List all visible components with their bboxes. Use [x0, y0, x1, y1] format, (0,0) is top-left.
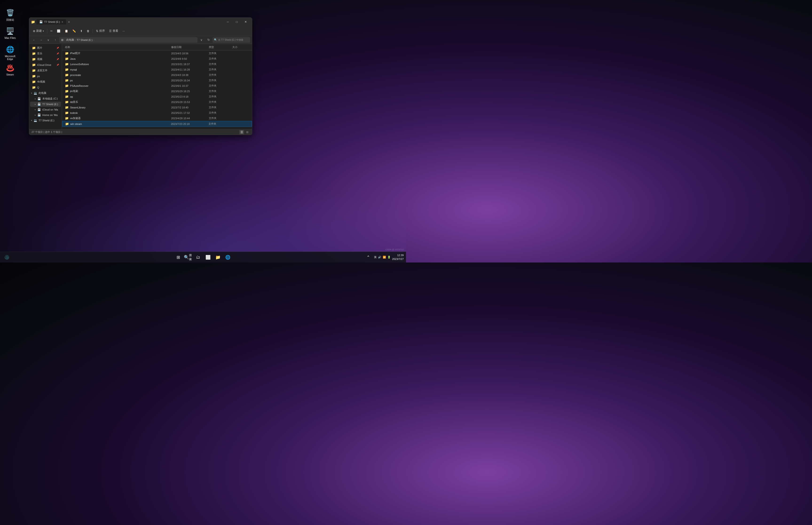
- table-row[interactable]: 📁 ps笔刷 2023/5/29 18:25 文件夹: [62, 88, 252, 94]
- language-indicator[interactable]: 英: [374, 255, 377, 259]
- path-drive[interactable]: T7 Shield (E:): [77, 39, 92, 41]
- sidebar-section-此电脑[interactable]: ▾💻此电脑: [29, 90, 62, 96]
- table-row[interactable]: 📁 Java 2023/4/6 9:50 文件夹: [62, 56, 252, 61]
- sidebar-item-桌面文件[interactable]: 📁桌面文件: [30, 68, 61, 73]
- files-button[interactable]: 🗂: [194, 253, 203, 262]
- file-type: 文件夹: [208, 67, 231, 72]
- sidebar-item-本地磁盘 (C:)[interactable]: ▸💾本地磁盘 (C:): [30, 96, 61, 101]
- desktop-icon-mac-files[interactable]: 🖥️ Mac Files: [2, 26, 18, 40]
- col-size[interactable]: 大小: [231, 45, 250, 49]
- back-button[interactable]: ←: [31, 37, 37, 43]
- list-view-button[interactable]: ☰: [239, 130, 244, 134]
- share-button[interactable]: ⬆: [78, 28, 85, 34]
- explorer-taskbar-button[interactable]: 📁: [213, 253, 223, 262]
- active-tab[interactable]: 💾 T7 Shield (E:) ✕: [36, 19, 66, 25]
- desktop-icon-steam[interactable]: ♨️ Steam: [2, 62, 18, 77]
- copy-button[interactable]: ⬜: [55, 28, 62, 34]
- sidebar-item-ps[interactable]: 📁ps: [30, 73, 61, 79]
- table-row[interactable]: 📁 todesk 2023/5/21 17:32 文件夹: [62, 110, 252, 116]
- edge-taskbar-button[interactable]: 🌐: [223, 253, 232, 262]
- recent-button[interactable]: ∨: [45, 37, 51, 43]
- file-date: 2023/6/1 16:37: [170, 84, 208, 88]
- sidebar-item-图片[interactable]: 📁图片📌: [30, 45, 61, 50]
- minimize-button[interactable]: ─: [223, 19, 232, 25]
- window-controls: ─ □ ✕: [223, 19, 250, 25]
- dropdown-button[interactable]: ∨: [198, 37, 204, 43]
- new-tab-button[interactable]: +: [66, 19, 71, 24]
- network-button[interactable]: 🌑: [2, 253, 11, 262]
- file-size: [231, 91, 250, 92]
- battery-icon: 🔋: [387, 256, 391, 259]
- table-row[interactable]: 📁 win steam 2023/7/23 20:18 文件夹: [62, 121, 252, 127]
- table-row[interactable]: 📁 qq音乐 2023/5/28 15:53 文件夹: [62, 99, 252, 105]
- icon-label-edge: Microsoft Edge: [3, 55, 17, 60]
- rename-button[interactable]: ✏️: [71, 28, 78, 34]
- close-tab-icon[interactable]: ✕: [61, 21, 63, 23]
- table-row[interactable]: 📁 LenovoSoftstore 2023/3/31 18:37 文件夹: [62, 61, 252, 67]
- copy-icon: ⬜: [57, 29, 60, 33]
- folder-icon: 📁: [65, 78, 68, 82]
- icon-img-mac-files: 🖥️: [5, 26, 15, 36]
- table-row[interactable]: 📁 procreate 2023/4/3 18:38 文件夹: [62, 72, 252, 78]
- status-bar: 27 个项目 | 选中 1 个项目 | ☰ ⊞: [29, 129, 252, 135]
- address-bar: ← → ∨ ↑ ⊞ › 此电脑 › T7 Shield (E:) › ∨ ↻ 🔍…: [29, 36, 252, 44]
- folder-icon: 📁: [65, 62, 68, 66]
- search-box[interactable]: 🔍 在 T7 Shield (E:) 中搜索: [213, 37, 250, 43]
- window-icon: 📁: [31, 20, 35, 24]
- address-path[interactable]: ⊞ › 此电脑 › T7 Shield (E:) ›: [59, 37, 198, 43]
- sidebar: 📁图片📌📁音乐📌📁视频📌📁iCloud Drive📌📁桌面文件📁ps📁4k视频📁…: [29, 44, 62, 129]
- sidebar-section-T7 Shield (E:)[interactable]: ▾💻T7 Shield (E:): [29, 118, 62, 123]
- folder-icon: 📁: [65, 57, 68, 60]
- new-button[interactable]: ⊕ 新建 ▾: [31, 28, 46, 34]
- file-size: [231, 69, 250, 70]
- more-button[interactable]: ···: [121, 28, 127, 34]
- sidebar-item-视频[interactable]: 📁视频📌: [30, 57, 61, 62]
- close-button[interactable]: ✕: [241, 19, 250, 25]
- new-dropdown-icon: ▾: [43, 30, 44, 32]
- tab-icon: 💾: [39, 20, 43, 24]
- sidebar-item-4k视频[interactable]: 📁4k视频: [30, 79, 61, 85]
- sidebar-item-iCloud on 'Ma[interactable]: ▸💾iCloud on 'Ma: [30, 107, 61, 112]
- table-row[interactable]: 📁 qq 2023/5/23 8:18 文件夹: [62, 94, 252, 99]
- taskbar: 🌑 ⊞ 🔍 搜索 🗂 ⬜ 📁 🌐 ⌃ 英 🔊 📶 🔋 12:39 2023/7/…: [0, 252, 406, 262]
- table-row[interactable]: 📁 ps 2023/5/29 16:34 文件夹: [62, 78, 252, 83]
- sort-button[interactable]: ⇅ 排序: [94, 28, 107, 34]
- sidebar-item-Home on 'Ma[interactable]: ▸💾Home on 'Ma: [30, 112, 61, 118]
- file-name: 📁 win steam: [64, 122, 170, 126]
- sidebar-item-音乐[interactable]: 📁音乐📌: [30, 51, 61, 56]
- paste-button[interactable]: 📋: [63, 28, 70, 34]
- up-button[interactable]: ↑: [52, 37, 58, 43]
- maximize-button[interactable]: □: [232, 19, 241, 25]
- icon-label-steam: Steam: [6, 73, 14, 76]
- search-button[interactable]: 🔍 搜索: [184, 253, 193, 262]
- table-row[interactable]: 📁 iPad照片 2023/4/3 18:56 文件夹: [62, 50, 252, 56]
- folder-icon: 📁: [65, 117, 68, 120]
- col-date[interactable]: 修改日期: [170, 45, 208, 49]
- refresh-button[interactable]: ↻: [205, 37, 212, 43]
- task-view-button[interactable]: ⬜: [203, 253, 213, 262]
- table-row[interactable]: 📁 mysql 2023/4/11 16:28 文件夹: [62, 67, 252, 72]
- col-type[interactable]: 类型: [208, 45, 231, 49]
- desktop-icon-recycle-bin[interactable]: 🗑️ 回收站: [2, 7, 18, 22]
- content-area: 📁图片📌📁音乐📌📁视频📌📁iCloud Drive📌📁桌面文件📁ps📁4k视频📁…: [29, 44, 252, 129]
- table-row[interactable]: 📁 SteamLibrary 2023/7/2 18:40 文件夹: [62, 105, 252, 110]
- table-row[interactable]: 📁 PSAutoRecover 2023/6/1 16:37 文件夹: [62, 83, 252, 88]
- desktop-icon-edge[interactable]: 🌐 Microsoft Edge: [2, 44, 18, 61]
- folder-icon: 📁: [65, 106, 68, 109]
- view-button[interactable]: ☰ 查看: [107, 28, 120, 34]
- delete-button[interactable]: 🗑: [85, 28, 91, 34]
- folder-icon: 📁: [65, 51, 68, 55]
- file-size: [231, 112, 250, 114]
- taskbar-clock[interactable]: 12:39 2023/7/27: [392, 254, 404, 261]
- chevron-up-button[interactable]: ⌃: [364, 253, 373, 262]
- cut-button[interactable]: ✂: [48, 28, 55, 34]
- grid-view-button[interactable]: ⊞: [245, 130, 250, 134]
- path-computer[interactable]: 此电脑: [66, 38, 74, 42]
- start-button[interactable]: ⊞: [174, 253, 183, 262]
- sidebar-item-Q[interactable]: 📁Q: [30, 85, 61, 90]
- forward-button[interactable]: →: [38, 37, 44, 43]
- sidebar-item-iCloud Drive[interactable]: 📁iCloud Drive📌: [30, 62, 61, 68]
- sidebar-item-T7 Shield (E:)[interactable]: ▸💾T7 Shield (E:): [30, 102, 61, 107]
- col-name[interactable]: 名称: [64, 45, 170, 49]
- table-row[interactable]: 📁 uu加速器 2023/4/28 10:44 文件夹: [62, 116, 252, 121]
